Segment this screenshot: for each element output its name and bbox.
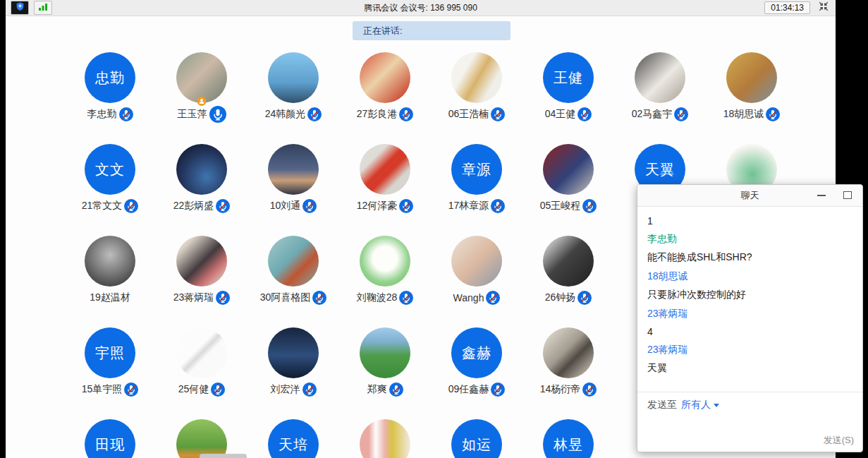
participant-cell[interactable]: 06王浩楠 xyxy=(431,52,522,144)
mic-muted-icon xyxy=(124,199,138,213)
avatar-photo xyxy=(360,327,410,378)
mic-muted-icon xyxy=(389,382,403,397)
avatar-initials: 宇照 xyxy=(85,327,135,378)
scrollbar-thumb[interactable] xyxy=(200,454,247,458)
avatar-photo xyxy=(85,236,135,287)
avatar-photo xyxy=(268,236,319,287)
avatar-initials: 如运 xyxy=(451,419,502,458)
maximize-icon[interactable] xyxy=(843,191,852,199)
participant-cell[interactable]: 田现 xyxy=(64,419,156,458)
participant-cell[interactable]: 24韩颜光 xyxy=(247,52,339,144)
chat-message-text: 能不能换成SHL和SHR? xyxy=(647,251,852,264)
participant-name: 刘鞠波28 xyxy=(357,291,398,304)
participant-cell[interactable]: 文文21常文文 xyxy=(64,144,156,236)
avatar-photo xyxy=(360,419,410,458)
participant-name: 06王浩楠 xyxy=(448,108,489,121)
participant-cell[interactable] xyxy=(339,419,431,458)
participant-cell[interactable]: Wangh xyxy=(431,236,522,327)
participant-cell[interactable]: 刘鞠波28 xyxy=(339,236,431,327)
window-title: 腾讯会议 会议号: 136 995 090 xyxy=(6,2,836,14)
mic-muted-icon xyxy=(582,382,597,397)
participant-cell[interactable]: 10刘通 xyxy=(247,144,339,236)
chat-sender-name: 18胡思诚 xyxy=(647,270,852,283)
participant-cell[interactable]: 王健04王健 xyxy=(522,52,614,144)
mic-muted-icon xyxy=(211,382,225,397)
mic-muted-icon xyxy=(577,291,592,305)
participant-cell[interactable]: 02马鑫宇 xyxy=(614,52,706,144)
chat-header: 聊天 xyxy=(637,185,862,207)
send-to-dropdown[interactable]: 所有人 xyxy=(681,399,719,411)
participant-cell[interactable]: 鑫赫09任鑫赫 xyxy=(431,327,522,419)
chat-input[interactable] xyxy=(647,419,852,433)
participant-cell[interactable]: 王玉萍 xyxy=(156,52,247,144)
mic-muted-icon xyxy=(124,382,138,397)
avatar-photo xyxy=(726,52,777,103)
participant-name: 10刘通 xyxy=(270,200,301,212)
participant-cell[interactable]: 郑爽 xyxy=(339,327,431,419)
participant-name: 27彭良港 xyxy=(357,108,398,121)
mic-muted-icon xyxy=(399,199,413,213)
avatar-photo xyxy=(451,236,502,287)
chat-title: 聊天 xyxy=(741,189,759,202)
participant-cell[interactable]: 19赵温材 xyxy=(64,236,156,327)
mic-muted-icon xyxy=(307,107,322,121)
participant-cell[interactable] xyxy=(156,419,247,458)
participant-name: 19赵温材 xyxy=(90,291,130,304)
send-to-value: 所有人 xyxy=(681,399,711,411)
mic-on-icon xyxy=(209,106,226,123)
avatar-initials: 林昱 xyxy=(543,419,594,458)
participant-name: 25何健 xyxy=(178,383,209,396)
participant-cell[interactable]: 30阿喜格图 xyxy=(247,236,339,327)
member-badge-icon xyxy=(197,97,207,106)
chat-message-text: 只要脉冲次数控制的好 xyxy=(647,289,852,301)
participant-cell[interactable]: 刘宏洋 xyxy=(247,327,339,419)
participant-cell[interactable]: 26钟扬 xyxy=(522,236,614,327)
participant-cell[interactable]: 14杨衍帝 xyxy=(522,327,614,419)
participant-name: 30阿喜格图 xyxy=(260,291,311,304)
participant-cell[interactable]: 25何健 xyxy=(156,327,247,419)
send-button[interactable]: 发送(S) xyxy=(824,434,854,447)
participant-cell[interactable]: 林昱 xyxy=(522,419,614,458)
participant-cell[interactable]: 27彭良港 xyxy=(339,52,431,144)
participant-cell[interactable]: 23蒋炳瑞 xyxy=(156,236,247,327)
participant-name: 26钟扬 xyxy=(545,291,576,304)
participant-cell[interactable]: 05王峻程 xyxy=(522,144,614,236)
mic-muted-icon xyxy=(582,199,597,213)
chat-message-list[interactable]: 1李忠勤能不能换成SHL和SHR?18胡思诚只要脉冲次数控制的好23蒋炳瑞423… xyxy=(637,207,862,390)
chat-message-text: 天翼 xyxy=(647,362,852,375)
avatar-initials: 章源 xyxy=(451,144,502,195)
participant-name: 02马鑫宇 xyxy=(632,108,673,121)
avatar-photo xyxy=(360,144,410,195)
participant-name: 05王峻程 xyxy=(540,200,581,212)
participant-cell[interactable]: 天培 xyxy=(247,419,339,458)
participant-cell[interactable]: 12何泽豪 xyxy=(339,144,431,236)
avatar-photo xyxy=(360,236,410,287)
chat-footer: 发送至 所有人 发送(S) xyxy=(637,392,862,452)
participant-name: 15单宇照 xyxy=(82,383,123,396)
participant-cell[interactable]: 18胡思诚 xyxy=(706,52,797,144)
mic-muted-icon xyxy=(302,199,317,213)
avatar-photo xyxy=(360,52,410,103)
participant-cell[interactable]: 宇照15单宇照 xyxy=(64,327,156,419)
title-bar: 腾讯会议 会议号: 136 995 090 01:34:13 xyxy=(6,0,836,16)
participant-cell[interactable]: 章源17林章源 xyxy=(431,144,522,236)
participant-cell[interactable]: 22彭炳盛 xyxy=(156,144,247,236)
chat-message-text: 4 xyxy=(647,326,852,337)
mic-muted-icon xyxy=(491,107,505,121)
mic-muted-icon xyxy=(766,107,780,121)
participant-name: Wangh xyxy=(453,292,484,303)
mic-muted-icon xyxy=(674,107,688,121)
participant-name: 郑爽 xyxy=(367,383,387,396)
chevron-down-icon xyxy=(714,404,719,407)
participant-cell[interactable]: 忠勤李忠勤 xyxy=(64,52,156,144)
avatar-photo xyxy=(176,327,227,378)
participant-name: 12何泽豪 xyxy=(357,200,398,212)
speaking-banner: 正在讲话: xyxy=(353,21,511,40)
chat-window: 聊天 1李忠勤能不能换成SHL和SHR?18胡思诚只要脉冲次数控制的好23蒋炳瑞… xyxy=(637,184,863,452)
avatar-photo xyxy=(451,52,502,103)
minimize-icon[interactable] xyxy=(817,195,826,196)
participant-cell[interactable]: 如运 xyxy=(431,419,522,458)
avatar-initials: 鑫赫 xyxy=(451,327,502,378)
avatar-photo xyxy=(543,236,594,287)
mic-muted-icon xyxy=(491,199,505,213)
